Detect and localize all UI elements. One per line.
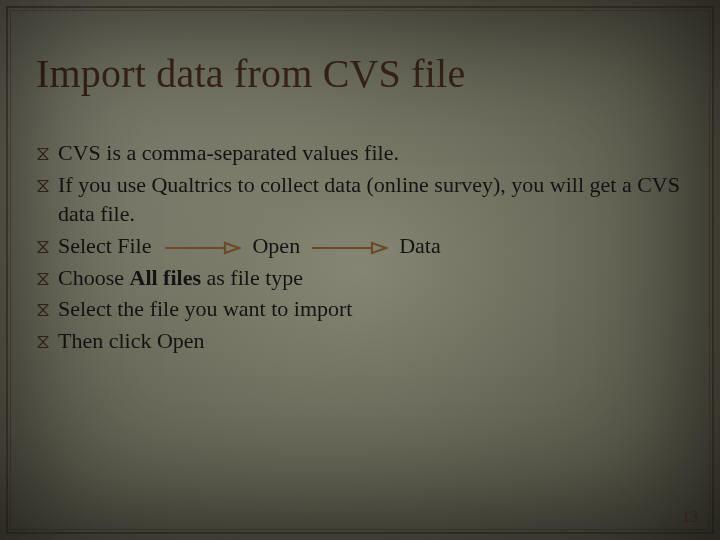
bullet-icon: ⧖ bbox=[36, 170, 58, 199]
menu-path-file: Select File bbox=[58, 233, 151, 258]
list-item: ⧖ Choose All files as file type bbox=[36, 263, 684, 293]
svg-marker-1 bbox=[225, 243, 239, 253]
list-item: ⧖ Select File Open Data bbox=[36, 231, 684, 261]
list-item-text: If you use Qualtrics to collect data (on… bbox=[58, 170, 684, 229]
bullet-icon: ⧖ bbox=[36, 138, 58, 167]
svg-marker-3 bbox=[372, 243, 386, 253]
arrow-icon bbox=[163, 241, 241, 255]
bullet-icon: ⧖ bbox=[36, 326, 58, 355]
text-fragment: as file type bbox=[207, 265, 304, 290]
list-item-text: Choose All files as file type bbox=[58, 263, 684, 293]
list-item-text: Then click Open bbox=[58, 326, 684, 356]
text-fragment: Choose bbox=[58, 265, 130, 290]
menu-path-open: Open bbox=[252, 233, 300, 258]
page-number: 13 bbox=[682, 508, 698, 526]
slide: Import data from CVS file ⧖ CVS is a com… bbox=[0, 0, 720, 540]
arrow-icon bbox=[310, 241, 388, 255]
bullet-icon: ⧖ bbox=[36, 231, 58, 260]
list-item: ⧖ If you use Qualtrics to collect data (… bbox=[36, 170, 684, 229]
bullet-icon: ⧖ bbox=[36, 294, 58, 323]
text-bold: All files bbox=[130, 265, 207, 290]
list-item: ⧖ CVS is a comma-separated values file. bbox=[36, 138, 684, 168]
list-item-text: CVS is a comma-separated values file. bbox=[58, 138, 684, 168]
menu-path-data: Data bbox=[399, 233, 441, 258]
list-item-text: Select File Open Data bbox=[58, 231, 684, 261]
slide-body: ⧖ CVS is a comma-separated values file. … bbox=[36, 138, 684, 358]
slide-title: Import data from CVS file bbox=[36, 50, 465, 97]
list-item: ⧖ Select the file you want to import bbox=[36, 294, 684, 324]
list-item: ⧖ Then click Open bbox=[36, 326, 684, 356]
bullet-icon: ⧖ bbox=[36, 263, 58, 292]
list-item-text: Select the file you want to import bbox=[58, 294, 684, 324]
